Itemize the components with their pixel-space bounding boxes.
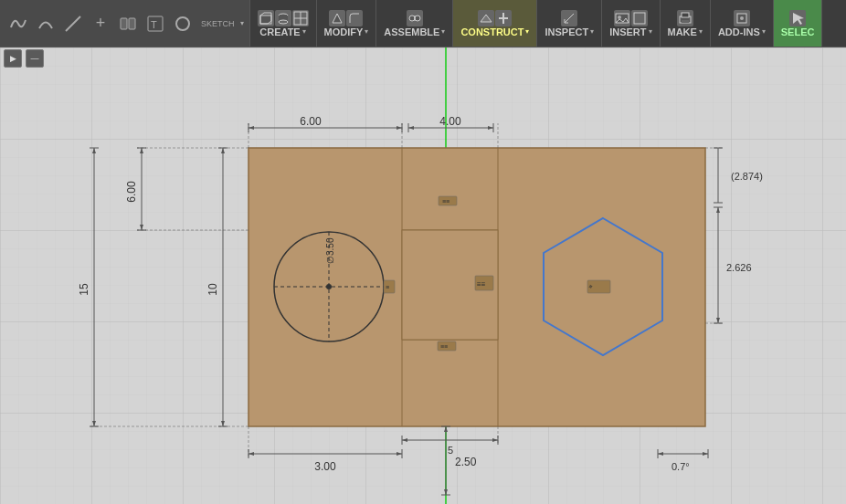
svg-rect-28 xyxy=(682,13,689,17)
sketch-tool-text[interactable]: T xyxy=(143,4,168,44)
insert-label-row: INSERT ▾ xyxy=(609,26,651,37)
inspect-label: INSPECT xyxy=(545,26,588,37)
addins-icons xyxy=(734,10,750,26)
svg-line-20 xyxy=(565,14,574,23)
make-icons xyxy=(677,10,693,26)
construct-plane-icon xyxy=(478,10,494,26)
svg-rect-1 xyxy=(121,18,127,29)
dim-right-top-label: (2.874) xyxy=(731,171,763,182)
toolbar-group-create[interactable]: CREATE ▾ xyxy=(250,0,317,47)
toolbar-group-addins[interactable]: ADD-INS ▾ xyxy=(711,0,774,47)
assemble-icons xyxy=(407,10,423,26)
mini-toolbar: ▶ — xyxy=(0,47,48,69)
select-label-row: SELEC xyxy=(781,26,815,37)
dim-bottom-mid-label: 2.50 xyxy=(455,456,477,468)
dim-bottom-5-label: 5 xyxy=(448,445,453,456)
canvas-area: ≡≡ ≡ ≡≡ ⌖ ≡≡ 6.00 4.00 xyxy=(0,47,846,504)
dim-right-mid-label: 2.626 xyxy=(726,262,752,273)
sketch-tool-circle[interactable] xyxy=(170,4,196,44)
svg-marker-17 xyxy=(481,15,492,22)
dim-top-right-label: 4.00 xyxy=(439,115,461,128)
create-grid-icon xyxy=(292,10,309,26)
assemble-label: ASSEMBLE xyxy=(384,26,439,37)
svg-marker-32 xyxy=(793,13,804,25)
line-icon xyxy=(63,14,83,34)
select-label: SELEC xyxy=(781,26,815,37)
toolbar-group-sketch[interactable]: + T SKETCH ▾ xyxy=(0,0,250,47)
dim-angle-label: 0.7° xyxy=(672,461,690,472)
construct-icons xyxy=(478,10,512,26)
modify-fillet-icon xyxy=(346,10,363,26)
mini-play-button[interactable]: ▶ xyxy=(4,49,22,68)
inspect-measure-icon xyxy=(561,10,577,26)
toolbar-group-modify[interactable]: MODIFY ▾ xyxy=(317,0,377,47)
addins-label: ADD-INS xyxy=(718,26,760,37)
svg-text:≡≡: ≡≡ xyxy=(440,343,448,350)
sketch-tool-line[interactable] xyxy=(60,4,86,44)
toolbar-group-insert[interactable]: INSERT ▾ xyxy=(602,0,660,47)
svg-point-14 xyxy=(409,16,415,21)
create-box-icon xyxy=(258,10,274,26)
make-label: MAKE xyxy=(668,26,697,37)
inspect-label-row: INSPECT ▾ xyxy=(545,26,594,37)
addins-label-row: ADD-INS ▾ xyxy=(718,26,766,37)
svg-text:≡: ≡ xyxy=(386,284,389,290)
insert-label: INSERT xyxy=(609,26,646,37)
modify-label-row: MODIFY ▾ xyxy=(324,26,369,37)
select-icons xyxy=(789,10,806,26)
create-arrow: ▾ xyxy=(302,27,306,36)
svg-text:T: T xyxy=(151,19,157,30)
modify-icons xyxy=(329,10,363,26)
mini-dash-button[interactable]: — xyxy=(26,49,44,68)
curve-icon xyxy=(8,14,28,34)
sketch-tool-arc[interactable] xyxy=(33,4,58,44)
svg-text:≡≡: ≡≡ xyxy=(442,198,449,205)
drawing-svg: ≡≡ ≡ ≡≡ ⌖ ≡≡ 6.00 4.00 xyxy=(0,47,846,504)
modify-press-icon xyxy=(329,10,345,26)
circle-icon xyxy=(173,14,193,34)
addins-plugin-icon xyxy=(734,10,750,26)
svg-point-31 xyxy=(740,16,744,20)
mirror-icon xyxy=(118,14,138,34)
svg-rect-29 xyxy=(682,20,689,23)
insert-image-icon xyxy=(614,10,630,26)
modify-label: MODIFY xyxy=(324,26,364,37)
inspect-icons xyxy=(561,10,577,26)
dim-circle-label: ∅3.50 xyxy=(325,237,335,264)
svg-line-0 xyxy=(66,16,80,31)
sketch-label: SKETCH xyxy=(197,19,238,28)
dim-left-top-label: 6.00 xyxy=(125,181,138,203)
dim-left-total-label: 15 xyxy=(78,283,90,296)
sketch-tool-plus[interactable]: + xyxy=(88,4,113,44)
toolbar-group-inspect[interactable]: INSPECT ▾ xyxy=(537,0,602,47)
create-label-row: CREATE ▾ xyxy=(259,26,305,37)
sketch-dropdown-arrow[interactable]: ▾ xyxy=(240,19,244,27)
dim-bottom-left-label: 3.00 xyxy=(314,460,336,473)
svg-text:≡≡: ≡≡ xyxy=(477,280,486,289)
insert-icons xyxy=(614,10,648,26)
arc-icon xyxy=(36,14,56,34)
svg-point-5 xyxy=(176,17,189,30)
text-icon: T xyxy=(145,14,165,34)
toolbar-group-assemble[interactable]: ASSEMBLE ▾ xyxy=(376,0,453,47)
assemble-label-row: ASSEMBLE ▾ xyxy=(384,26,445,37)
make-label-row: MAKE ▾ xyxy=(668,26,703,37)
construct-label-row: CONSTRUCT ▾ xyxy=(460,26,529,37)
svg-point-10 xyxy=(279,20,288,24)
main-toolbar: + T SKETCH ▾ xyxy=(0,0,846,47)
toolbar-group-select[interactable]: SELEC xyxy=(774,0,823,47)
toolbar-group-construct[interactable]: CONSTRUCT ▾ xyxy=(453,0,537,47)
assemble-joint-icon xyxy=(407,10,423,26)
create-cylinder-icon xyxy=(275,10,291,26)
dim-center-height-label: 10 xyxy=(206,283,219,296)
create-label: CREATE xyxy=(259,26,300,37)
dim-top-left-label: 6.00 xyxy=(300,115,322,128)
insert-canvas-icon xyxy=(631,10,648,26)
sketch-tool-mirror[interactable] xyxy=(115,4,141,44)
plus-icon: + xyxy=(90,14,111,34)
sketch-tool-curve[interactable] xyxy=(5,4,31,44)
select-arrow-icon xyxy=(789,10,806,26)
make-print-icon xyxy=(677,10,693,26)
create-icons xyxy=(258,10,309,26)
toolbar-group-make[interactable]: MAKE ▾ xyxy=(661,0,711,47)
